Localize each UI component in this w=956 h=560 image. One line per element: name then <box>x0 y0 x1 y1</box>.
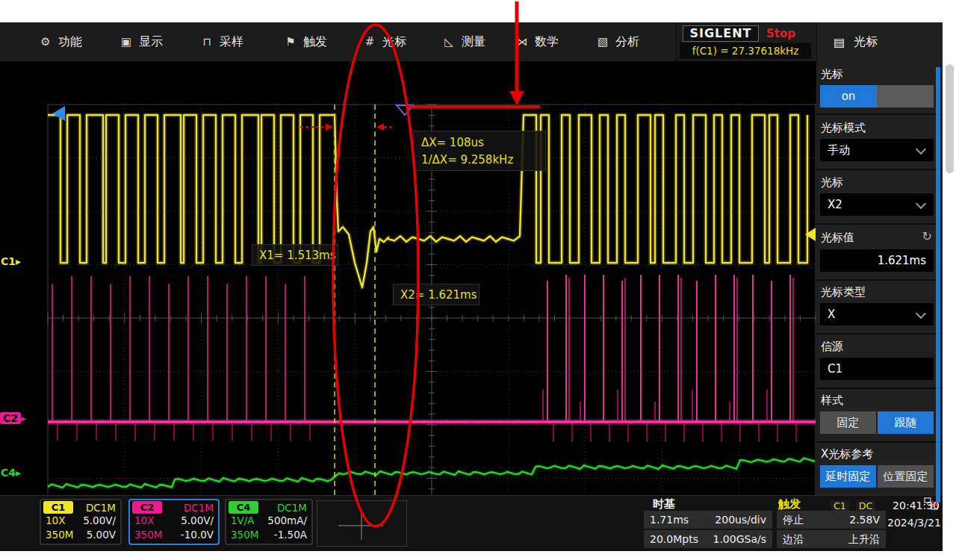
acquisition-state: 停止 <box>783 511 804 529</box>
refresh-icon[interactable]: ↻ <box>922 229 932 243</box>
panel-header: ▤ 光标 <box>816 22 943 61</box>
clock-block: 20:41:30 2024/3/21 <box>887 497 940 532</box>
cursor-select-label: 光标 <box>821 175 843 190</box>
run-state-badge[interactable]: Stop <box>766 27 795 40</box>
channel-badge: C4 <box>229 501 258 514</box>
style-option-follow[interactable]: 跟随 <box>878 411 934 434</box>
channel-badge: C1 <box>43 501 73 514</box>
volts-per-div: 5.00V/ <box>83 514 116 528</box>
menu-item-display[interactable]: ▣显示 <box>120 22 163 61</box>
menu-item-cursors[interactable]: #光标 <box>363 22 406 61</box>
trigger-level: 2.58V <box>849 511 880 529</box>
menu-label: 分析 <box>615 34 639 50</box>
siglent-logo: SIGLENT <box>683 25 759 42</box>
menu-label: 采样 <box>220 34 243 50</box>
timebase-block[interactable]: 1.71ms200us/div 20.0Mpts1.00GSa/s <box>644 511 772 548</box>
offset-value: -10.0V <box>181 528 214 542</box>
waveform-canvas[interactable]: X1X2 <box>0 61 816 495</box>
crosshair-icon <box>317 501 406 546</box>
c1-position-marker[interactable]: C1▸ <box>1 255 21 267</box>
bandwidth-limit: 350M <box>231 528 258 542</box>
sample-rate: 1.00GSa/s <box>713 530 767 548</box>
menu-item-analysis[interactable]: ▧分析 <box>596 22 639 61</box>
analysis-icon: ▧ <box>596 35 609 49</box>
channel-badge: C2 <box>132 501 162 514</box>
menu-item-math[interactable]: ⋈数学 <box>515 22 559 61</box>
coupling-label: DC1M <box>184 502 214 514</box>
delta-cursor-readout: ΔX= 108us 1/ΔX= 9.258kHz <box>413 131 546 171</box>
flag-icon: ⚑ <box>284 35 297 49</box>
x1-cursor-readout: X1= 1.513ms <box>252 244 338 266</box>
trigger-block[interactable]: 停止2.58V 边沿上升沿 <box>777 511 886 548</box>
menu-item-measure[interactable]: ◺测量 <box>442 22 485 61</box>
source-field[interactable]: C1 <box>820 358 934 380</box>
menu-label: 数学 <box>535 34 559 50</box>
time-display: 20:41:30 <box>887 497 940 514</box>
menu-label: 功能 <box>58 34 82 50</box>
channel-box-c4[interactable]: C4DC1M 1V/A500mA/ 350M-1.50A <box>225 499 313 545</box>
cursor-type-dropdown[interactable]: X <box>820 303 934 326</box>
toggle-on-segment[interactable]: on <box>820 85 877 108</box>
menu-bar: ⚙功能 ▣显示 ⊓采样 ⚑触发 #光标 ◺测量 ⋈数学 ▧分析 SIGLENT … <box>0 22 943 63</box>
delta-x-value: ΔX= 108us <box>421 134 538 152</box>
trigger-type: 边沿 <box>783 530 804 548</box>
menu-label: 测量 <box>462 34 485 50</box>
cursor-mode-dropdown[interactable]: 手动 <box>820 139 934 161</box>
coupling-label: DC1M <box>277 502 307 514</box>
menu-item-trigger[interactable]: ⚑触发 <box>284 22 327 61</box>
oscilloscope-screen: ⚙功能 ▣显示 ⊓采样 ⚑触发 #光标 ◺测量 ⋈数学 ▧分析 SIGLENT … <box>0 22 943 550</box>
clipboard-icon: ▤ <box>834 35 845 49</box>
probe-attenuation: 10X <box>46 514 65 528</box>
monitor-icon: ▣ <box>120 35 133 49</box>
status-bar: C1DC1M 10X5.00V/ 350M5.00V C2DC1M 10X5.0… <box>0 495 943 551</box>
gear-icon: ⚙ <box>39 35 52 49</box>
cursor-value-label: 光标值 <box>821 231 854 245</box>
toggle-off-segment[interactable] <box>877 85 934 108</box>
trigger-label: 触发 <box>778 497 801 511</box>
menu-item-function[interactable]: ⚙功能 <box>39 22 82 61</box>
cursor-mode-label: 光标模式 <box>821 121 866 135</box>
waveform-area: X1X2 ΔX= 108us 1/ΔX= 9.258kHz X1= 1.513m… <box>0 61 816 495</box>
browser-scrollbar-thumb[interactable] <box>946 64 954 173</box>
cursor-toggle-label: 光标 <box>821 67 843 81</box>
offset-value: -1.50A <box>274 528 307 542</box>
menu-item-acquire[interactable]: ⊓采样 <box>200 22 243 61</box>
channel-box-c2[interactable]: C2DC1M 10X5.00V/ 350M-10.0V <box>128 499 220 545</box>
c4-position-marker[interactable]: C4▸ <box>1 467 21 479</box>
c2-position-marker[interactable]: C2▸ <box>0 412 26 424</box>
xref-option-position-fixed[interactable]: 位置固定 <box>878 465 934 488</box>
panel-title: 光标 <box>854 34 878 50</box>
page: ⚙功能 ▣显示 ⊓采样 ⚑触发 #光标 ◺测量 ⋈数学 ▧分析 SIGLENT … <box>0 0 956 560</box>
x2-cursor-readout: X2= 1.621ms <box>393 284 479 305</box>
trigger-frequency-readout: f(C1) = 27.37618kHz <box>680 43 811 59</box>
source-label: 信源 <box>821 340 843 354</box>
brand-status-block: SIGLENT Stop f(C1) = 27.37618kHz <box>676 22 815 61</box>
volts-per-div: 5.00V/ <box>181 514 214 528</box>
ruler-icon: ◺ <box>442 35 456 49</box>
style-option-fixed[interactable]: 固定 <box>820 411 876 434</box>
chevron-down-icon <box>916 144 926 155</box>
sidebar-scroll-indicator[interactable] <box>936 67 940 503</box>
probe-attenuation: 10X <box>134 514 154 528</box>
timebase-label: 时基 <box>653 497 675 511</box>
crosshair-grid-icon: # <box>363 35 376 49</box>
bandwidth-limit: 350M <box>46 528 73 542</box>
style-segmented-control: 固定 跟随 <box>820 411 934 434</box>
offset-value: 5.00V <box>87 528 116 542</box>
xref-option-delay-fixed[interactable]: 延时固定 <box>820 465 876 488</box>
style-label: 样式 <box>821 393 843 408</box>
menu-label: 光标 <box>382 34 406 50</box>
menu-label: 显示 <box>139 34 163 50</box>
trigger-coupling-badge: DC <box>856 500 875 511</box>
trigger-slope: 上升沿 <box>848 530 880 548</box>
cursor-value-field[interactable]: 1.621ms <box>820 249 934 272</box>
delay-preview-box <box>317 500 407 547</box>
chevron-down-icon <box>916 308 926 319</box>
cursor-select-dropdown[interactable]: X2 <box>820 193 934 216</box>
bandwidth-limit: 350M <box>134 528 162 542</box>
channel-box-c1[interactable]: C1DC1M 10X5.00V/ 350M5.00V <box>40 499 122 545</box>
menu-label: 触发 <box>303 34 327 50</box>
cursor-on-off-toggle[interactable]: on <box>820 85 934 108</box>
volts-per-div: 500mA/ <box>267 514 307 528</box>
x-cursor-reference-label: X光标参考 <box>821 447 873 461</box>
